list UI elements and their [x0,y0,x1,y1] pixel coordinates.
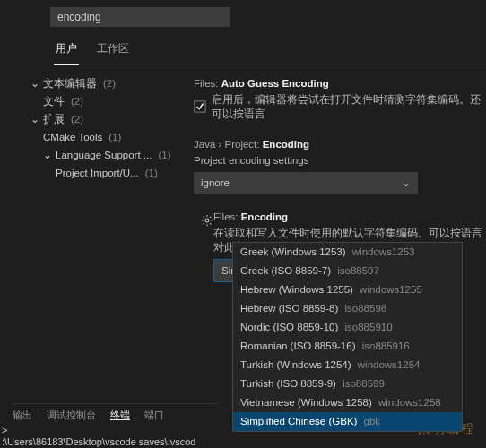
setting-description: 启用后，编辑器将尝试在打开文件时猜测字符集编码。还可以按语言 [212,92,486,121]
tree-project-import[interactable]: Project Import/U...(1) [16,164,183,182]
panel-tab-terminal[interactable]: 终端 [110,409,130,422]
encoding-option[interactable]: Simplified Chinese (GB18030) gb18030 [233,431,462,432]
encoding-option[interactable]: Hebrew (Windows 1255) windows1255 [233,280,462,299]
tree-files[interactable]: 文件(2) [16,92,183,110]
tab-workspace[interactable]: 工作区 [95,36,131,65]
svg-point-1 [205,219,209,222]
tree-text-editor[interactable]: ⌄文本编辑器(2) [16,74,183,92]
tree-language-support[interactable]: ⌄Language Support ...(1) [16,146,183,164]
encoding-option[interactable]: Turkish (ISO 8859-9) iso88599 [233,375,462,393]
chevron-down-icon: ⌄ [402,177,411,189]
java-encoding-select[interactable]: ignore ⌄ [194,172,418,194]
chevron-down-icon: ⌄ [30,74,39,92]
encoding-dropdown-list[interactable]: Greek (Windows 1253) windows1253Greek (I… [232,242,463,432]
chevron-down-icon: ⌄ [30,110,39,128]
tree-cmake[interactable]: CMake Tools(1) [16,128,183,146]
checkbox-checked-icon[interactable] [194,100,206,113]
setting-description: Project encoding settings [194,153,486,168]
encoding-option[interactable]: Hebrew (ISO 8859-8) iso88598 [233,299,462,318]
encoding-option[interactable]: Romanian (ISO 8859-16) iso885916 [233,337,462,356]
panel-tab-output[interactable]: 输出 [13,409,32,422]
encoding-option[interactable]: Greek (ISO 8859-7) iso88597 [233,262,462,280]
encoding-option[interactable]: Simplified Chinese (GBK) gbk [233,412,462,431]
panel-tab-ports[interactable]: 端口 [144,409,164,422]
chevron-down-icon: ⌄ [43,146,52,164]
encoding-option[interactable]: Greek (Windows 1253) windows1253 [233,243,462,262]
panel-tabs: 输出 调试控制台 终端 端口 [13,403,219,426]
settings-tree: ⌄文本编辑器(2) 文件(2) ⌄扩展(2) CMake Tools(1) ⌄L… [0,65,188,300]
setting-java-project-encoding: Java › Project: Encoding Project encodin… [194,139,486,194]
encoding-option[interactable]: Vietnamese (Windows 1258) windows1258 [233,393,462,412]
setting-auto-guess-encoding: Files: Auto Guess Encoding 启用后，编辑器将尝试在打开… [194,78,486,121]
tree-extensions[interactable]: ⌄扩展(2) [16,110,183,128]
encoding-option[interactable]: Turkish (Windows 1254) windows1254 [233,356,462,375]
settings-search-input[interactable] [50,7,230,27]
gear-icon[interactable] [201,214,213,227]
svg-rect-0 [195,101,205,112]
terminal-output[interactable]: > :\Users\86183\Desktop\vscode saves\.vs… [2,425,195,448]
tab-user[interactable]: 用户 [54,36,79,65]
scope-tabs: 用户 工作区 [54,36,486,65]
panel-tab-debug[interactable]: 调试控制台 [47,409,96,422]
encoding-option[interactable]: Nordic (ISO 8859-10) iso885910 [233,318,462,337]
